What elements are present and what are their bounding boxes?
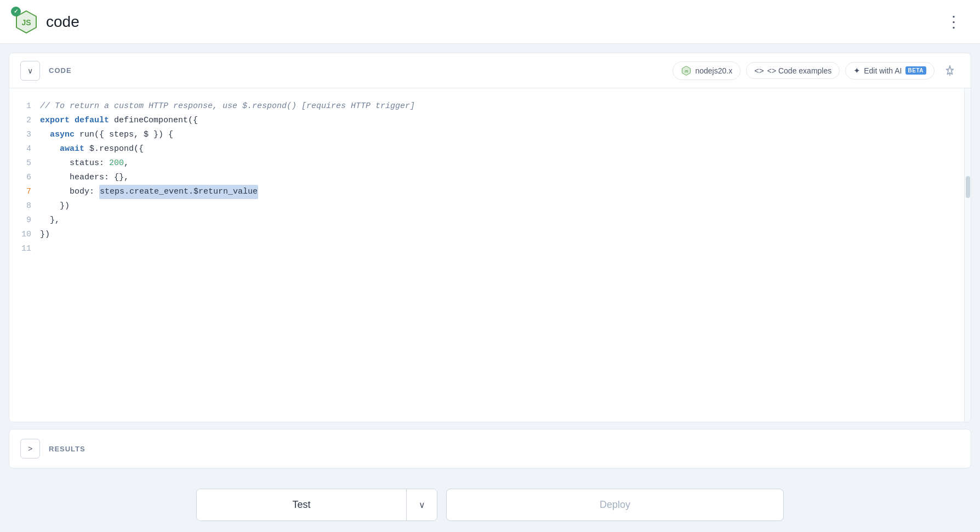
line-num-1: 1 <box>26 99 31 114</box>
line-num-11: 11 <box>21 242 31 256</box>
async-keyword: async <box>50 128 79 142</box>
code-header-actions: JS nodejs20.x <> <> Code examples ✦ Edit… <box>673 61 960 81</box>
respond-call: $.respond({ <box>89 142 144 156</box>
more-menu-button[interactable]: ⋮ <box>942 8 967 35</box>
export-keyword: export default <box>40 114 114 128</box>
line-num-2: 2 <box>26 114 31 128</box>
beta-badge: BETA <box>905 66 926 75</box>
check-badge <box>11 7 21 16</box>
bottom-bar: Test ∨ Deploy <box>0 477 980 532</box>
line-num-8: 8 <box>26 199 31 213</box>
code-line-1: // To return a custom HTTP response, use… <box>40 99 964 114</box>
edit-ai-button[interactable]: ✦ Edit with AI BETA <box>845 62 935 80</box>
code-examples-button[interactable]: <> <> Code examples <box>746 62 840 79</box>
code-line-8: }) <box>40 199 964 213</box>
test-button[interactable]: Test <box>197 489 406 520</box>
code-line-6: headers: {}, <box>40 171 964 185</box>
scrollbar-track[interactable] <box>964 88 971 422</box>
line-num-10: 10 <box>21 228 31 242</box>
code-collapse-button[interactable]: ∨ <box>20 61 40 81</box>
code-line-4: await $.respond({ <box>40 142 964 156</box>
code-line-2: export default defineComponent({ <box>40 114 964 128</box>
code-panel-header: ∨ CODE JS nodejs20.x <> <> Code examples… <box>9 53 971 88</box>
app-title: code <box>46 13 79 31</box>
code-panel-label: CODE <box>49 66 72 75</box>
top-header: JS code ⋮ <box>0 0 980 44</box>
svg-text:JS: JS <box>21 18 31 27</box>
results-panel: > RESULTS <box>9 429 971 468</box>
line-num-6: 6 <box>26 171 31 185</box>
comment-text: // To return a custom HTTP response, use… <box>40 99 415 114</box>
nodejs-small-icon: JS <box>681 65 692 76</box>
line-numbers: 1 2 3 4 5 6 7 8 9 10 11 <box>9 88 40 422</box>
main-content: ∨ CODE JS nodejs20.x <> <> Code examples… <box>0 44 980 477</box>
code-content[interactable]: // To return a custom HTTP response, use… <box>40 88 964 422</box>
line-num-5: 5 <box>26 156 31 171</box>
code-line-3: async run({ steps, $ }) { <box>40 128 964 142</box>
code-line-10: }) <box>40 228 964 242</box>
sparkle-icon: ✦ <box>853 66 861 76</box>
line-num-3: 3 <box>26 128 31 142</box>
await-keyword: await <box>60 142 89 156</box>
code-examples-label: <> Code examples <box>767 66 832 75</box>
code-editor[interactable]: 1 2 3 4 5 6 7 8 9 10 11 // To return a c… <box>9 88 971 422</box>
scrollbar-thumb[interactable] <box>966 176 970 198</box>
status-number: 200 <box>109 156 124 171</box>
code-line-11 <box>40 242 964 256</box>
pin-icon <box>944 65 956 77</box>
app-logo: JS <box>13 9 39 35</box>
runtime-label: nodejs20.x <box>695 66 732 75</box>
test-button-group: Test ∨ <box>196 489 437 521</box>
logo-area: JS code <box>13 9 79 35</box>
code-line-9: }, <box>40 213 964 228</box>
line-num-9: 9 <box>26 213 31 228</box>
code-line-7: body: steps.create_event.$return_value <box>40 185 964 199</box>
runtime-badge[interactable]: JS nodejs20.x <box>673 61 740 80</box>
test-dropdown-button[interactable]: ∨ <box>406 489 437 520</box>
pin-button[interactable] <box>940 61 960 81</box>
svg-text:JS: JS <box>685 69 688 72</box>
deploy-button[interactable]: Deploy <box>446 489 784 521</box>
body-value-highlight: steps.create_event.$return_value <box>99 185 258 199</box>
results-label: RESULTS <box>49 445 86 453</box>
code-line-5: status: 200, <box>40 156 964 171</box>
edit-ai-label: Edit with AI <box>864 66 902 75</box>
fn-call: defineComponent({ <box>114 114 198 128</box>
line-num-4: 4 <box>26 142 31 156</box>
code-panel: ∨ CODE JS nodejs20.x <> <> Code examples… <box>9 53 971 422</box>
code-brackets-icon: <> <box>754 66 764 75</box>
run-text: run({ steps, $ }) { <box>79 128 173 142</box>
line-num-7: 7 <box>26 185 31 199</box>
results-expand-button[interactable]: > <box>20 439 40 459</box>
